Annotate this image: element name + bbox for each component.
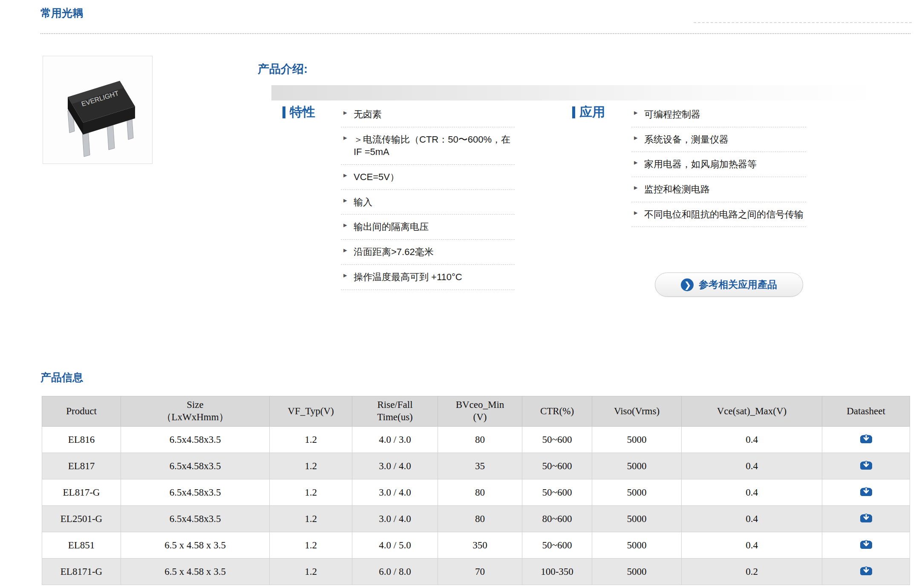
cell-bvceo-min: 350: [438, 532, 522, 559]
cell-ctr: 100-350: [522, 559, 592, 585]
cell-viso: 5000: [592, 453, 682, 479]
cell-product: EL2501-G: [42, 506, 121, 532]
cell-vce-sat: 0.4: [682, 506, 822, 532]
cell-rise-fall: 3.0 / 4.0: [352, 453, 438, 479]
top-right-divider: [694, 22, 912, 23]
cell-vce-sat: 0.4: [682, 532, 822, 559]
cell-vce-sat: 0.4: [682, 479, 822, 506]
product-page: 常用光耦 EVERLIGHT 产品介绍: 特性 ▸ 无卤素 ▸ ＞电流: [0, 0, 919, 588]
cell-viso: 5000: [592, 559, 682, 585]
cell-bvceo-min: 80: [438, 479, 522, 506]
list-item-label: 监控和检测电路: [644, 184, 710, 195]
cell-product: EL817-G: [42, 479, 121, 506]
col-header-ctr: CTR(%): [522, 396, 592, 427]
cell-bvceo-min: 70: [438, 559, 522, 585]
bullet-arrow-icon: ▸: [343, 108, 347, 118]
cell-size: 6.5x4.58x3.5: [121, 479, 270, 506]
cell-size: 6.5x4.58x3.5: [121, 427, 270, 453]
col-header-rise-fall: Rise/Fall Time(us): [352, 396, 438, 427]
cell-bvceo-min: 80: [438, 427, 522, 453]
features-list: ▸ 无卤素 ▸ ＞电流传输比（CTR：50〜600%，在IF =5mA ▸ VC…: [341, 102, 515, 290]
features-heading-label: 特性: [290, 103, 315, 121]
page-title: 常用光耦: [40, 6, 83, 20]
cell-vf-typ: 1.2: [270, 506, 352, 532]
datasheet-download-icon[interactable]: [859, 512, 873, 523]
table-row: EL8171-G 6.5 x 4.58 x 3.5 1.2 6.0 / 8.0 …: [42, 559, 910, 585]
bullet-arrow-icon: ▸: [343, 246, 347, 255]
reference-products-button[interactable]: ❯ 参考相关应用產品: [655, 272, 803, 297]
cell-rise-fall: 3.0 / 4.0: [352, 479, 438, 506]
table-row: EL851 6.5 x 4.58 x 3.5 1.2 4.0 / 5.0 350…: [42, 532, 910, 559]
heading-accent-bar: [572, 106, 575, 118]
col-header-bvceo-min: BVceo_Min (V): [438, 396, 522, 427]
bullet-arrow-icon: ▸: [343, 221, 347, 230]
chevron-right-circle-icon: ❯: [681, 278, 694, 291]
product-table: Product Size （LxWxHmm） VF_Typ(V) Rise/Fa…: [42, 396, 910, 585]
table-row: EL816 6.5x4.58x3.5 1.2 4.0 / 3.0 80 50~6…: [42, 427, 910, 453]
cell-product: EL8171-G: [42, 559, 121, 585]
table-header-row: Product Size （LxWxHmm） VF_Typ(V) Rise/Fa…: [42, 396, 910, 427]
list-item-label: 输入: [354, 197, 372, 207]
bullet-arrow-icon: ▸: [343, 133, 347, 143]
list-item: ▸ 无卤素: [341, 102, 515, 127]
bullet-arrow-icon: ▸: [634, 208, 638, 218]
list-item-label: 系统设备，测量仪器: [644, 134, 729, 145]
bullet-arrow-icon: ▸: [343, 271, 347, 281]
cell-datasheet: [822, 506, 910, 532]
cell-product: EL851: [42, 532, 121, 559]
cell-bvceo-min: 35: [438, 453, 522, 479]
list-item: ▸ ＞电流传输比（CTR：50〜600%，在IF =5mA: [341, 127, 515, 165]
cell-viso: 5000: [592, 427, 682, 453]
bullet-arrow-icon: ▸: [634, 133, 638, 143]
list-item-label: 不同电位和阻抗的电路之间的信号传输: [644, 209, 804, 220]
cell-ctr: 80~600: [522, 506, 592, 532]
list-item: ▸ 输入: [341, 190, 515, 215]
bullet-arrow-icon: ▸: [634, 158, 638, 168]
product-photo: EVERLIGHT: [43, 56, 153, 164]
list-item-label: VCE=5V）: [354, 172, 399, 182]
cell-size: 6.5 x 4.58 x 3.5: [121, 532, 270, 559]
cell-vf-typ: 1.2: [270, 479, 352, 506]
cell-rise-fall: 6.0 / 8.0: [352, 559, 438, 585]
list-item: ▸ 沿面距离>7.62毫米: [341, 240, 515, 265]
list-item: ▸ 家用电器，如风扇加热器等: [631, 152, 806, 177]
datasheet-download-icon[interactable]: [859, 486, 873, 496]
cell-size: 6.5 x 4.58 x 3.5: [121, 559, 270, 585]
heading-accent-bar: [282, 106, 285, 118]
cell-rise-fall: 3.0 / 4.0: [352, 506, 438, 532]
features-heading: 特性: [282, 103, 315, 121]
cell-ctr: 50~600: [522, 427, 592, 453]
col-header-vce-sat: Vce(sat)_Max(V): [682, 396, 822, 427]
cell-datasheet: [822, 453, 910, 479]
list-item: ▸ 输出间的隔离电压: [341, 215, 515, 240]
cell-size: 6.5x4.58x3.5: [121, 453, 270, 479]
applications-list: ▸ 可编程控制器 ▸ 系统设备，测量仪器 ▸ 家用电器，如风扇加热器等 ▸ 监控…: [631, 102, 806, 227]
cell-datasheet: [822, 559, 910, 585]
col-header-size: Size （LxWxHmm）: [121, 396, 270, 427]
cell-viso: 5000: [592, 532, 682, 559]
product-info-title: 产品信息: [40, 370, 83, 384]
title-divider: [40, 33, 910, 34]
datasheet-download-icon[interactable]: [859, 433, 873, 444]
cell-ctr: 50~600: [522, 479, 592, 506]
datasheet-download-icon[interactable]: [859, 565, 873, 576]
list-item-label: 无卤素: [354, 109, 382, 120]
intro-gradient-band: [271, 85, 877, 100]
list-item-label: 沿面距离>7.62毫米: [354, 247, 434, 257]
cell-ctr: 50~600: [522, 453, 592, 479]
list-item-label: 操作温度最高可到 +110°C: [354, 272, 462, 282]
datasheet-download-icon[interactable]: [859, 459, 873, 470]
cell-datasheet: [822, 427, 910, 453]
cell-bvceo-min: 80: [438, 506, 522, 532]
list-item-label: 家用电器，如风扇加热器等: [644, 159, 757, 169]
cell-vf-typ: 1.2: [270, 453, 352, 479]
list-item: ▸ 不同电位和阻抗的电路之间的信号传输: [631, 202, 806, 227]
col-header-datasheet: Datasheet: [822, 396, 910, 427]
datasheet-download-icon[interactable]: [859, 539, 873, 549]
col-header-product: Product: [42, 396, 121, 427]
applications-heading: 应用: [572, 103, 605, 121]
list-item: ▸ VCE=5V）: [341, 165, 515, 190]
table-row: EL817 6.5x4.58x3.5 1.2 3.0 / 4.0 35 50~6…: [42, 453, 910, 479]
cell-datasheet: [822, 532, 910, 559]
table-row: EL2501-G 6.5x4.58x3.5 1.2 3.0 / 4.0 80 8…: [42, 506, 910, 532]
